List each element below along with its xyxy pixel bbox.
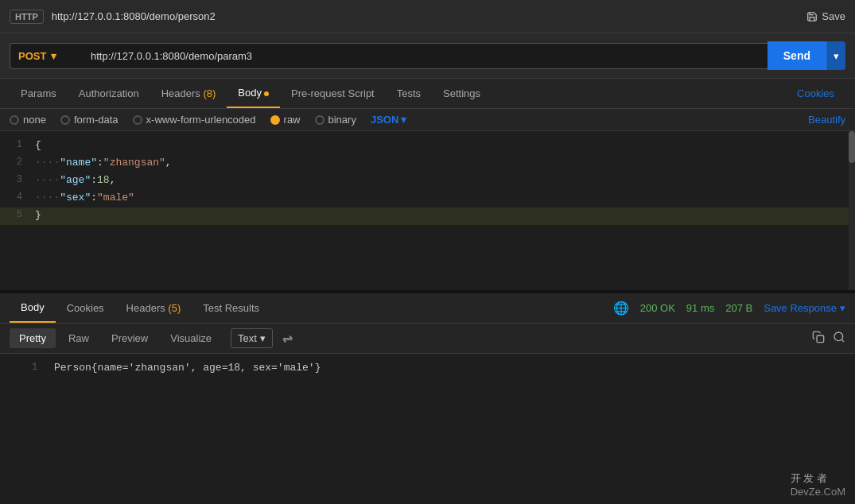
send-button-group: Send ▾ — [768, 41, 845, 70]
response-tabs-bar: Body Cookies Headers (5) Test Results 🌐 … — [0, 293, 855, 324]
watermark: 开 发 者 DevZe.CoM — [791, 471, 845, 498]
copy-icon[interactable] — [812, 331, 825, 346]
top-url: http://127.0.0.1:8080/demo/person2 — [52, 10, 799, 22]
send-button[interactable]: Send — [768, 41, 826, 70]
method-label: POST — [18, 50, 46, 62]
globe-icon: 🌐 — [613, 300, 629, 316]
svg-rect-0 — [817, 335, 824, 343]
tab-pre-request-script[interactable]: Pre-request Script — [280, 79, 386, 107]
option-form-data-label: form-data — [74, 114, 119, 126]
format-label: Text — [238, 332, 257, 344]
format-selector[interactable]: Text ▾ — [231, 328, 273, 348]
response-time: 91 ms — [686, 302, 714, 314]
code-line-2: 2 ····"name":"zhangsan", — [0, 155, 855, 173]
code-line-5: 5 } — [0, 207, 855, 225]
resp-tab-cookies[interactable]: Cookies — [56, 294, 115, 322]
line-num-5: 5 — [0, 207, 32, 220]
save-label: Save — [822, 10, 845, 22]
save-response-label: Save Response — [764, 302, 837, 314]
line-num-3: 3 — [0, 173, 32, 185]
save-response-arrow: ▾ — [840, 302, 845, 314]
tab-params[interactable]: Params — [10, 79, 68, 107]
save-response-button[interactable]: Save Response ▾ — [764, 302, 845, 314]
line-content-2: ····"name":"zhangsan", — [32, 155, 175, 170]
http-badge: HTTP — [10, 10, 44, 24]
cookies-link[interactable]: Cookies — [786, 79, 845, 107]
view-tab-visualize[interactable]: Visualize — [161, 328, 221, 348]
line-num-1: 1 — [0, 138, 32, 150]
tab-body[interactable]: Body — [227, 79, 280, 108]
line-num-2: 2 — [0, 155, 32, 168]
option-raw-label: raw — [284, 114, 301, 126]
code-line-4: 4 ····"sex":"male" — [0, 190, 855, 207]
method-selector[interactable]: POST ▾ — [10, 43, 81, 69]
body-options-bar: none form-data x-www-form-urlencoded raw… — [0, 109, 855, 131]
option-urlencoded[interactable]: x-www-form-urlencoded — [133, 114, 256, 126]
radio-none — [10, 115, 19, 125]
watermark-sub: DevZe.CoM — [791, 486, 845, 498]
resp-content-1: Person{name='zhangsan', age=18, sex='mal… — [54, 362, 321, 374]
option-none[interactable]: none — [10, 114, 46, 126]
radio-binary — [315, 115, 325, 125]
wrap-icon[interactable]: ⇌ — [282, 331, 293, 346]
tab-headers[interactable]: Headers (8) — [150, 79, 227, 107]
resp-tab-headers[interactable]: Headers (5) — [115, 294, 192, 322]
resp-line-num-1: 1 — [32, 362, 48, 373]
option-binary[interactable]: binary — [315, 114, 356, 126]
line-content-3: ····"age":18, — [32, 173, 119, 188]
line-content-5: } — [32, 207, 45, 223]
tab-settings[interactable]: Settings — [432, 79, 492, 107]
editor-scrollbar[interactable] — [849, 131, 855, 290]
format-arrow: ▾ — [260, 332, 266, 344]
view-tab-pretty[interactable]: Pretty — [10, 328, 56, 348]
search-icon[interactable] — [833, 331, 845, 346]
scrollbar-thumb — [849, 131, 855, 163]
top-bar: HTTP http://127.0.0.1:8080/demo/person2 … — [0, 0, 855, 33]
url-input[interactable] — [81, 43, 768, 69]
svg-point-1 — [834, 332, 843, 341]
line-content-4: ····"sex":"male" — [32, 190, 138, 205]
send-dropdown-button[interactable]: ▾ — [826, 41, 845, 70]
json-type-label: JSON — [371, 114, 398, 126]
radio-form-data — [60, 115, 70, 125]
option-none-label: none — [23, 114, 46, 126]
request-bar: POST ▾ Send ▾ — [0, 33, 855, 79]
json-type-arrow: ▾ — [401, 114, 406, 126]
resp-tab-test-results[interactable]: Test Results — [192, 294, 270, 322]
json-type-selector[interactable]: JSON ▾ — [371, 114, 406, 126]
view-tab-raw[interactable]: Raw — [59, 328, 99, 348]
option-raw[interactable]: raw — [270, 114, 301, 126]
radio-urlencoded — [133, 115, 142, 125]
view-tabs-bar: Pretty Raw Preview Visualize Text ▾ ⇌ — [0, 324, 855, 354]
save-button-top[interactable]: Save — [806, 10, 845, 22]
svg-line-2 — [841, 339, 844, 342]
tab-tests[interactable]: Tests — [386, 79, 432, 107]
resp-tab-body[interactable]: Body — [10, 293, 56, 323]
watermark-zh: 开 发 者 — [791, 472, 827, 484]
status-code: 200 OK — [640, 302, 675, 314]
code-line-1: 1 { — [0, 138, 855, 155]
option-form-data[interactable]: form-data — [60, 114, 119, 126]
response-body: 1 Person{name='zhangsan', age=18, sex='m… — [0, 354, 855, 504]
beautify-button[interactable]: Beautify — [808, 114, 845, 126]
radio-raw — [270, 115, 280, 125]
option-binary-label: binary — [328, 114, 356, 126]
line-num-4: 4 — [0, 190, 32, 203]
method-dropdown-arrow: ▾ — [51, 50, 56, 62]
response-meta: 🌐 200 OK 91 ms 207 B Save Response ▾ — [613, 300, 845, 316]
code-line-3: 3 ····"age":18, — [0, 173, 855, 190]
view-tab-preview[interactable]: Preview — [102, 328, 157, 348]
response-action-icons — [812, 331, 845, 346]
line-content-1: { — [32, 138, 45, 153]
request-tabs-bar: Params Authorization Headers (8) Body Pr… — [0, 79, 855, 109]
code-editor[interactable]: 1 { 2 ····"name":"zhangsan", 3 ····"age"… — [0, 131, 855, 290]
tab-authorization[interactable]: Authorization — [68, 79, 150, 107]
response-size: 207 B — [725, 302, 752, 314]
option-urlencoded-label: x-www-form-urlencoded — [146, 114, 256, 126]
response-line-1: 1 Person{name='zhangsan', age=18, sex='m… — [32, 362, 823, 374]
